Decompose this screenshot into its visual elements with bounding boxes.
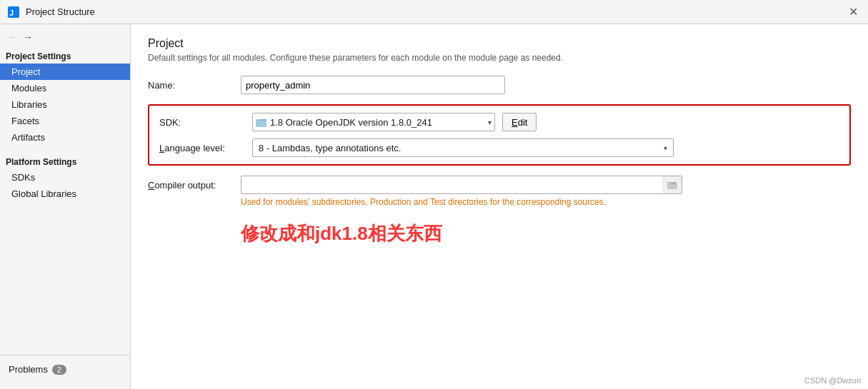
compiler-output-row: Compiler output: xyxy=(148,176,851,194)
sdk-folder-icon xyxy=(256,117,267,127)
sdk-dropdown-arrow-icon: ▾ xyxy=(488,118,492,126)
project-settings-label: Project Settings xyxy=(0,47,130,64)
name-input[interactable] xyxy=(241,76,505,94)
content-area: Project Default settings for all modules… xyxy=(131,24,868,389)
folder-open-icon xyxy=(667,181,677,189)
svg-text:J: J xyxy=(9,9,14,17)
app-logo-icon: J xyxy=(7,6,20,19)
nav-row: ← → xyxy=(0,30,130,47)
problems-row[interactable]: Problems 2 xyxy=(6,361,124,378)
compiler-output-input[interactable] xyxy=(241,176,662,194)
back-button[interactable]: ← xyxy=(6,31,19,43)
name-label: Name: xyxy=(148,80,241,91)
language-level-row: Language level: 8 - Lambdas, type annota… xyxy=(159,138,839,157)
sidebar-item-libraries[interactable]: Libraries xyxy=(0,96,130,113)
problems-label: Problems xyxy=(9,364,48,375)
content-title: Project xyxy=(148,37,851,50)
window-title: Project Structure xyxy=(26,6,95,17)
sdk-language-box: SDK: 1.8 Oracle OpenJDK version 1.8.0_24… xyxy=(148,104,851,166)
language-level-select[interactable]: 8 - Lambdas, type annotations etc. ▾ xyxy=(252,138,674,157)
sdk-select[interactable]: 1.8 Oracle OpenJDK version 1.8.0_241 ▾ xyxy=(252,113,495,131)
title-bar-left: J Project Structure xyxy=(7,6,95,19)
forward-button[interactable]: → xyxy=(21,31,34,43)
edit-button[interactable]: Edit xyxy=(502,113,537,131)
problems-badge: 2 xyxy=(52,365,66,375)
platform-settings-label: Platform Settings xyxy=(0,153,130,169)
annotation-text: 修改成和jdk1.8相关东西 xyxy=(241,221,851,246)
content-subtitle: Default settings for all modules. Config… xyxy=(148,53,851,63)
compiler-hint: Used for modules' subdirectories, Produc… xyxy=(241,197,851,207)
sidebar-bottom: Problems 2 xyxy=(0,355,130,383)
watermark: CSDN @Dwzun xyxy=(804,376,861,385)
sidebar-item-artifacts[interactable]: Artifacts xyxy=(0,129,130,146)
sdk-row: SDK: 1.8 Oracle OpenJDK version 1.8.0_24… xyxy=(159,113,839,131)
sidebar-item-global-libraries[interactable]: Global Libraries xyxy=(0,186,130,202)
sidebar-item-sdks[interactable]: SDKs xyxy=(0,169,130,186)
sdk-label: SDK: xyxy=(159,117,252,128)
language-level-label: Language level: xyxy=(159,143,252,153)
compiler-output-label: Compiler output: xyxy=(148,180,241,191)
compiler-folder-button[interactable] xyxy=(662,176,682,194)
edit-label: Edit xyxy=(512,117,527,128)
sidebar-item-project[interactable]: Project xyxy=(0,64,130,80)
main-layout: ← → Project Settings Project Modules Lib… xyxy=(0,24,868,389)
title-bar: J Project Structure ✕ xyxy=(0,0,868,24)
sidebar-item-modules[interactable]: Modules xyxy=(0,80,130,96)
language-level-value: 8 - Lambdas, type annotations etc. xyxy=(259,143,664,153)
sidebar: ← → Project Settings Project Modules Lib… xyxy=(0,24,131,389)
sdk-value-text: 1.8 Oracle OpenJDK version 1.8.0_241 xyxy=(270,117,485,128)
language-level-dropdown-icon: ▾ xyxy=(664,144,667,152)
close-button[interactable]: ✕ xyxy=(846,5,861,19)
sidebar-item-facets[interactable]: Facets xyxy=(0,113,130,129)
name-row: Name: xyxy=(148,76,851,94)
